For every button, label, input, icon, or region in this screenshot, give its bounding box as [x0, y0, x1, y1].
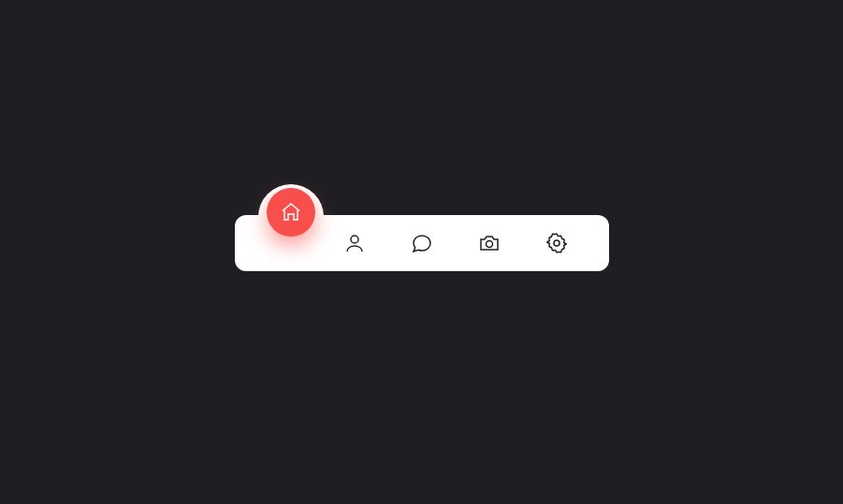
nav-item-settings[interactable] — [524, 215, 589, 271]
svg-point-2 — [554, 240, 560, 246]
nav-item-messages[interactable] — [389, 215, 455, 271]
navigation-bar — [235, 215, 609, 271]
home-icon — [280, 201, 302, 223]
message-icon — [411, 232, 433, 254]
settings-icon — [545, 232, 568, 254]
active-nav-indicator[interactable] — [267, 188, 315, 237]
svg-point-1 — [486, 240, 492, 247]
user-icon — [343, 232, 366, 254]
nav-item-camera[interactable] — [457, 215, 522, 271]
camera-icon — [478, 232, 501, 254]
svg-point-0 — [351, 236, 358, 243]
